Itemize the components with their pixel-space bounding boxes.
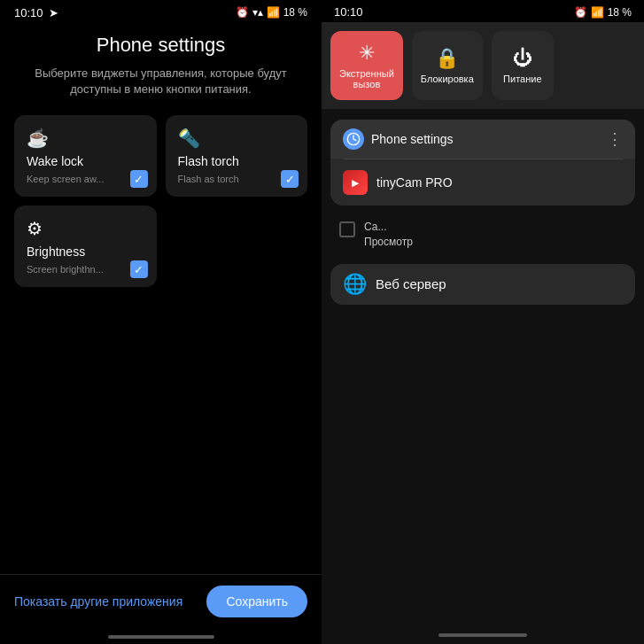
wifi-icon: ▾▴ (252, 6, 263, 19)
widget-grid: ☕ Wake lock Keep screen aw... 🔦 Flash to… (14, 115, 307, 287)
brightness-checkbox[interactable] (130, 260, 148, 278)
web-server-icon: 🌐 (343, 273, 367, 296)
checkbox-row: Са... Просмотр (330, 214, 635, 255)
recents-area: Phone settings ⋮ ▶ tinyCam PRO Са... Про… (322, 109, 644, 630)
right-wifi: 📶 (591, 6, 604, 19)
checkbox-text: Са... Просмотр (364, 220, 413, 250)
page-title: Phone settings (14, 34, 307, 57)
wake-lock-icon: ☕ (27, 128, 144, 149)
power-icon: ⏻ (513, 47, 532, 70)
right-status-bar: 10:10 ⏰ 📶 18 % (322, 0, 644, 22)
app-card-menu-icon[interactable]: ⋮ (607, 129, 623, 149)
emergency-label: Экстренный вызов (339, 68, 394, 89)
lock-icon: 🔒 (435, 47, 459, 70)
checkbox[interactable] (339, 221, 355, 237)
brightness-title: Brightness (27, 244, 144, 259)
web-server-label: Веб сервер (376, 276, 446, 291)
status-bar: 10:10 ➤ ⏰ ▾▴ 📶 18 % (0, 0, 322, 25)
tinycam-label: tinyCam PRO (376, 175, 453, 190)
tinycam-item[interactable]: ▶ tinyCam PRO (330, 159, 635, 206)
nav-arrow-icon: ➤ (49, 6, 58, 19)
flash-torch-icon: 🔦 (178, 128, 296, 149)
flash-torch-title: Flash torch (178, 154, 296, 168)
page-subtitle: Выберите виджеты управления, которые буд… (14, 66, 307, 97)
checkbox-line1: Са... (364, 220, 413, 235)
tinycam-icon: ▶ (343, 170, 368, 195)
emergency-button[interactable]: ✳ Экстренный вызов (330, 31, 403, 100)
right-alarm: ⏰ (574, 6, 587, 19)
status-right: ⏰ ▾▴ 📶 18 % (236, 6, 307, 19)
battery-text: 18 % (283, 6, 307, 19)
left-content: Phone settings Выберите виджеты управлен… (0, 25, 322, 574)
time-display: 10:10 (14, 6, 43, 19)
power-button[interactable]: ⏻ Питание (492, 31, 554, 100)
left-panel: 10:10 ➤ ⏰ ▾▴ 📶 18 % Phone settings Выбер… (0, 0, 322, 644)
app-card-header: Phone settings ⋮ (330, 120, 635, 159)
power-label: Питание (503, 74, 541, 84)
wake-lock-card[interactable]: ☕ Wake lock Keep screen aw... (14, 115, 157, 197)
right-nav-indicator (438, 633, 527, 637)
status-left: 10:10 ➤ (14, 6, 58, 19)
wake-lock-checkbox[interactable] (130, 170, 148, 188)
right-time: 10:10 (334, 5, 363, 19)
lock-label: Блокировка (421, 74, 474, 84)
app-switcher-card: Phone settings ⋮ ▶ tinyCam PRO (330, 120, 635, 206)
flash-torch-desc: Flash as torch (178, 174, 296, 184)
brightness-icon: ⚙ (27, 218, 144, 239)
brightness-card[interactable]: ⚙ Brightness Screen brighthn... (14, 206, 157, 287)
signal-icon: 📶 (267, 6, 280, 19)
quick-actions-bar: ✳ Экстренный вызов 🔒 Блокировка ⏻ Питани… (322, 22, 644, 109)
right-status-icons: ⏰ 📶 18 % (574, 6, 632, 19)
bottom-bar: Показать другие приложения Сохранить (0, 574, 322, 635)
alarm-icon: ⏰ (236, 6, 249, 19)
show-apps-button[interactable]: Показать другие приложения (14, 594, 182, 609)
app-card-title-row: Phone settings (343, 128, 454, 150)
checkbox-line2: Просмотр (364, 235, 413, 250)
wake-lock-desc: Keep screen aw... (27, 174, 144, 184)
lock-button[interactable]: 🔒 Блокировка (412, 31, 483, 100)
flash-torch-checkbox[interactable] (281, 170, 299, 188)
phone-settings-app-name: Phone settings (371, 132, 454, 146)
right-battery: 18 % (608, 6, 632, 19)
save-button[interactable]: Сохранить (206, 586, 307, 617)
flash-torch-card[interactable]: 🔦 Flash torch Flash as torch (166, 115, 308, 197)
phone-settings-app-icon (343, 128, 364, 150)
nav-indicator (108, 635, 214, 639)
web-server-row[interactable]: 🌐 Веб сервер (330, 264, 635, 305)
wake-lock-title: Wake lock (27, 154, 144, 168)
brightness-desc: Screen brighthn... (27, 264, 144, 275)
emergency-icon: ✳ (359, 42, 375, 65)
right-panel: 10:10 ⏰ 📶 18 % ✳ Экстренный вызов 🔒 Блок… (322, 0, 644, 644)
